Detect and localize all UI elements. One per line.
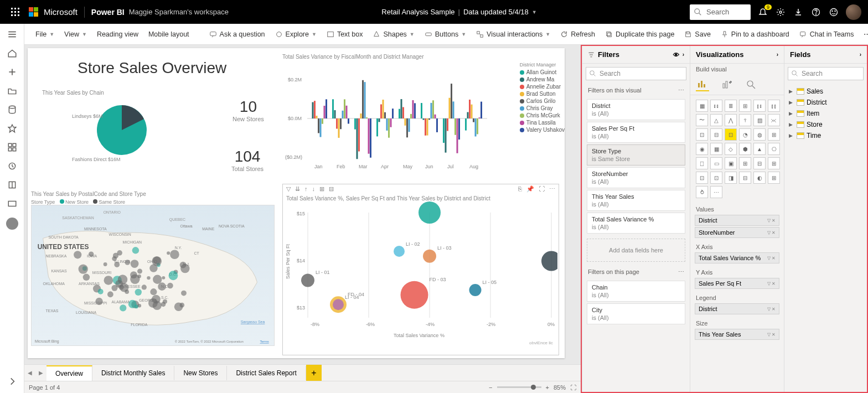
well-district[interactable]: District▽ ✕ bbox=[695, 215, 779, 226]
viz-type-icon[interactable]: ⊟ bbox=[753, 157, 766, 169]
zoom-in[interactable]: + bbox=[546, 384, 549, 391]
viz-type-icon[interactable]: ⬢ bbox=[739, 143, 751, 155]
legend-item[interactable]: Carlos Grilo bbox=[520, 98, 565, 104]
reading-view[interactable]: Reading view bbox=[97, 30, 138, 38]
field-table[interactable]: ▶Store bbox=[788, 119, 864, 130]
ask-question[interactable]: Ask a question bbox=[209, 30, 265, 38]
field-table[interactable]: ▶Item bbox=[788, 108, 864, 119]
expand-icon[interactable]: ⊞ bbox=[319, 185, 324, 194]
focus-icon[interactable]: ⛶ bbox=[539, 185, 545, 194]
field-table[interactable]: ▶District bbox=[788, 97, 864, 108]
home-icon[interactable] bbox=[7, 48, 17, 58]
report-name[interactable]: Retail Analysis Sample bbox=[381, 8, 454, 16]
filters-search[interactable]: Search bbox=[586, 67, 686, 80]
collapse-icon[interactable]: › bbox=[683, 51, 684, 58]
visual-interactions[interactable]: Visual interactions▼ bbox=[476, 30, 550, 38]
help-icon[interactable] bbox=[810, 7, 822, 18]
viz-type-icon[interactable]: ⊡ bbox=[725, 128, 737, 141]
pie-visual[interactable]: This Year Sales by Chain Lindseys $6M Fa… bbox=[39, 90, 194, 189]
drill-icon[interactable]: ⇊ bbox=[295, 185, 300, 194]
copy-icon[interactable]: ⎘ bbox=[518, 185, 522, 194]
file-menu[interactable]: File▼ bbox=[35, 30, 54, 38]
viz-type-icon[interactable]: ▦ bbox=[696, 100, 708, 112]
settings-icon[interactable] bbox=[775, 7, 786, 18]
filter-card[interactable]: Total Sales Variance %is (All) bbox=[587, 213, 685, 234]
viz-type-icon[interactable]: ⋀ bbox=[725, 114, 737, 126]
viz-type-icon[interactable]: ⊞ bbox=[768, 157, 780, 169]
apps-icon[interactable] bbox=[7, 142, 17, 152]
collapse-icon[interactable]: › bbox=[860, 51, 861, 58]
page-next[interactable]: ▶ bbox=[35, 370, 46, 376]
legend-item[interactable]: Brad Sutton bbox=[520, 91, 565, 97]
drill-down-icon[interactable]: ↓ bbox=[312, 185, 316, 194]
tab-district-report[interactable]: District Sales Report bbox=[227, 366, 306, 380]
analytics-tab[interactable] bbox=[745, 78, 758, 91]
field-table[interactable]: ▶Sales bbox=[788, 86, 864, 97]
viz-type-icon[interactable]: ⫯ bbox=[739, 114, 751, 126]
chat-teams[interactable]: Chat in Teams bbox=[799, 30, 854, 38]
viz-type-icon[interactable]: ▲ bbox=[753, 143, 766, 155]
workspace-name[interactable]: Maggie Sparkman's workspace bbox=[129, 8, 229, 16]
field-table[interactable]: ▶Time bbox=[788, 130, 864, 141]
viz-type-icon[interactable]: ⊞ bbox=[768, 128, 780, 141]
viz-type-icon[interactable]: ⊡ bbox=[696, 128, 708, 141]
workspace-avatar[interactable]: ​ bbox=[6, 218, 18, 230]
viz-type-icon[interactable]: △ bbox=[710, 114, 722, 126]
viz-type-icon[interactable]: ⊞ bbox=[739, 157, 751, 169]
scatter-visual[interactable]: ▽ ⇊ ↑ ↓ ⊞ ⊟ ⎘ 📌 ⛶ ⋯ Total Sales Variance… bbox=[282, 184, 559, 355]
add-page-button[interactable]: + bbox=[306, 365, 322, 381]
zoom-out[interactable]: − bbox=[489, 384, 492, 391]
learn-icon[interactable] bbox=[7, 180, 17, 190]
pin-dashboard[interactable]: Pin to a dashboard bbox=[721, 30, 789, 38]
filter-card[interactable]: This Year Salesis (All) bbox=[587, 190, 685, 211]
text-box[interactable]: Text box bbox=[327, 30, 363, 38]
app-launcher-icon[interactable] bbox=[7, 3, 24, 21]
expand-icon[interactable] bbox=[7, 376, 17, 386]
viz-type-icon[interactable]: ⊡ bbox=[710, 172, 722, 184]
viz-type-icon[interactable]: ◍ bbox=[753, 128, 766, 141]
data-hub-icon[interactable] bbox=[7, 105, 17, 115]
download-icon[interactable] bbox=[793, 7, 804, 18]
filter-card[interactable]: StoreNumberis (All) bbox=[587, 167, 685, 188]
viz-type-icon[interactable]: ▦ bbox=[710, 143, 722, 155]
legend-item[interactable]: Allan Guinot bbox=[520, 69, 565, 75]
mobile-layout[interactable]: Mobile layout bbox=[148, 30, 189, 38]
viz-type-icon[interactable]: ⥁ bbox=[696, 186, 708, 198]
data-updated[interactable]: Data updated 5/4/18 bbox=[463, 8, 529, 16]
filter-card[interactable]: Districtis (All) bbox=[587, 99, 685, 120]
legend-item[interactable]: Annelie Zubar bbox=[520, 84, 565, 90]
tab-district-monthly[interactable]: District Monthly Sales bbox=[92, 366, 174, 380]
feedback-icon[interactable] bbox=[828, 7, 839, 18]
report-canvas[interactable]: Store Sales Overview This Year Sales by … bbox=[28, 48, 565, 358]
format-tab[interactable] bbox=[720, 78, 733, 91]
more-icon[interactable]: ⋯ bbox=[678, 268, 684, 276]
shapes-menu[interactable]: Shapes▼ bbox=[373, 30, 414, 38]
viz-type-icon[interactable]: ⊟ bbox=[739, 172, 751, 184]
viz-type-icon[interactable]: 〜 bbox=[696, 114, 708, 126]
viz-type-icon[interactable]: ⊟ bbox=[710, 128, 722, 141]
well-district2[interactable]: District▽ ✕ bbox=[695, 303, 779, 314]
add-fields-drop[interactable]: Add data fields here bbox=[587, 239, 685, 262]
viz-type-icon[interactable]: ⫿⫾ bbox=[753, 100, 766, 112]
browse-icon[interactable] bbox=[7, 86, 17, 96]
fit-page-icon[interactable]: ⛶ bbox=[570, 384, 576, 391]
metrics-icon[interactable] bbox=[7, 123, 17, 133]
viz-type-icon[interactable]: ◨ bbox=[725, 172, 737, 184]
well-salessqft[interactable]: Sales Per Sq Ft▽ ✕ bbox=[695, 278, 779, 289]
fields-search[interactable]: Search bbox=[788, 67, 864, 80]
next-level-icon[interactable]: ⊟ bbox=[329, 185, 334, 194]
viz-type-icon[interactable]: ⋯ bbox=[710, 186, 722, 198]
tab-overview[interactable]: Overview bbox=[46, 365, 92, 381]
deployment-icon[interactable] bbox=[7, 161, 17, 171]
buttons-menu[interactable]: Buttons▼ bbox=[425, 30, 466, 38]
viz-type-icon[interactable]: ◐ bbox=[753, 172, 766, 184]
viz-type-icon[interactable]: ▭ bbox=[710, 157, 722, 169]
viz-type-icon[interactable]: ⫿⫿ bbox=[768, 100, 780, 112]
viz-type-icon[interactable]: ≣ bbox=[725, 100, 737, 112]
legend-item[interactable]: Chris Gray bbox=[520, 105, 565, 111]
user-avatar[interactable] bbox=[846, 4, 861, 20]
map-visual[interactable]: This Year Sales by PostalCode and Store … bbox=[31, 191, 279, 354]
filter-icon[interactable]: ▽ bbox=[286, 185, 291, 194]
filter-card[interactable]: Sales Per Sq Ftis (All) bbox=[587, 122, 685, 143]
notifications-icon[interactable]: 9 bbox=[757, 7, 768, 18]
